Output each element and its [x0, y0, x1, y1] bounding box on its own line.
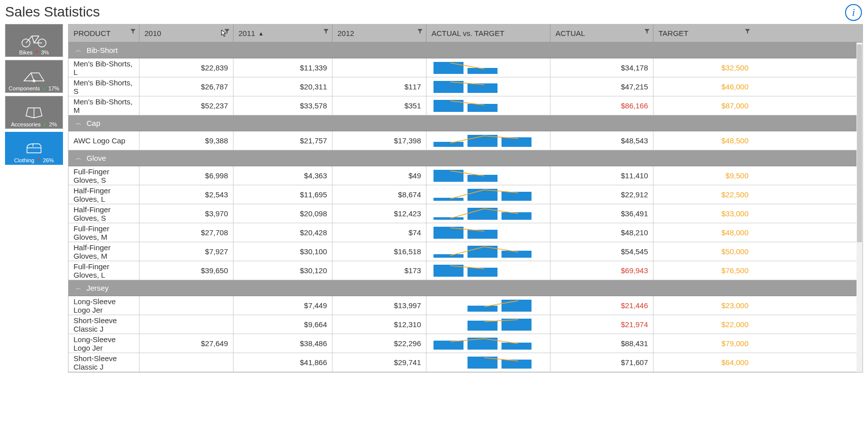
category-delta: 3%: [41, 49, 49, 55]
col-header-label: TARGET: [658, 29, 688, 37]
col-header-label: 2010: [144, 29, 161, 37]
category-tile-clothing[interactable]: Clothing ▼ 26%: [5, 132, 63, 165]
table-row[interactable]: Full-Finger Gloves, S$6,998$4,363$49$11,…: [68, 166, 862, 185]
sales-grid: PRODUCT 2010 2011 ▲: [68, 24, 863, 373]
info-button[interactable]: i: [845, 4, 862, 21]
accessories-icon: [19, 103, 49, 121]
components-icon: [19, 67, 49, 85]
spark-bar: [502, 212, 532, 219]
sparkline-cell: [426, 77, 550, 96]
table-row[interactable]: Men's Bib-Shorts, L$22,839$11,339$34,178…: [68, 58, 862, 77]
table-row[interactable]: Men's Bib-Shorts, S$26,787$20,311$117$47…: [68, 77, 862, 96]
target-cell: $23,000: [654, 296, 754, 315]
col-header-actual-vs-target[interactable]: ACTUAL vs. TARGET: [426, 24, 550, 42]
spark-bar: [468, 321, 498, 331]
spark-bar: [468, 357, 498, 369]
group-header[interactable]: ︿Bib-Short: [68, 42, 862, 58]
table-row[interactable]: Full-Finger Gloves, L$39,650$30,120$173$…: [68, 261, 862, 280]
year-2011-cell: $33,578: [234, 96, 332, 115]
year-2011-cell: $20,098: [234, 204, 332, 223]
table-row[interactable]: Full-Finger Gloves, M$27,708$20,428$74$4…: [68, 223, 862, 242]
category-tile-accessories[interactable]: Accessories ▲ 2%: [5, 96, 63, 129]
table-row[interactable]: Short-Sleeve Classic J$41,866$29,741$71,…: [68, 353, 862, 372]
col-header-actual[interactable]: ACTUAL: [550, 24, 654, 42]
target-cell: $87,000: [654, 96, 754, 115]
product-cell: Men's Bib-Shorts, S: [68, 77, 140, 96]
category-delta: 26%: [43, 157, 54, 163]
year-2012-cell: $117: [332, 77, 426, 96]
product-cell: Half-Finger Gloves, L: [68, 185, 140, 204]
sparkline-cell: [426, 166, 550, 185]
year-2011-cell: $30,100: [234, 242, 332, 261]
group-name: Jersey: [86, 284, 108, 292]
info-icon: i: [852, 6, 855, 19]
spark-bar: [434, 227, 464, 239]
actual-cell: $22,912: [550, 185, 654, 204]
spark-bar: [434, 142, 464, 147]
filter-icon[interactable]: [744, 27, 750, 36]
col-header-2010[interactable]: 2010: [140, 24, 234, 42]
category-tile-components[interactable]: Components ▲ 17%: [5, 60, 63, 93]
table-row[interactable]: AWC Logo Cap$9,388$21,757$17,398$48,543$…: [68, 131, 862, 150]
target-cell: $22,000: [654, 315, 754, 334]
filter-icon[interactable]: [224, 27, 230, 36]
filter-icon[interactable]: [644, 27, 650, 36]
clothing-icon: [19, 139, 49, 157]
table-row[interactable]: Long-Sleeve Logo Jer$27,649$38,486$22,29…: [68, 334, 862, 353]
col-header-product[interactable]: PRODUCT: [68, 24, 140, 42]
spark-bar: [502, 137, 532, 147]
filter-icon[interactable]: [323, 27, 329, 36]
col-header-label: ACTUAL vs. TARGET: [432, 29, 504, 37]
col-header-label: PRODUCT: [74, 29, 110, 37]
year-2011-cell: $7,449: [234, 296, 332, 315]
filter-icon[interactable]: [417, 27, 423, 36]
year-2011-cell: $20,311: [234, 77, 332, 96]
group-header[interactable]: ︿Glove: [68, 150, 862, 166]
year-2010-cell: $52,237: [140, 96, 234, 115]
year-2012-cell: $29,741: [332, 353, 426, 372]
spark-bar: [434, 100, 464, 112]
category-tile-bikes[interactable]: Bikes ▼ 3%: [5, 24, 63, 57]
target-cell: $9,500: [654, 166, 754, 185]
actual-cell: $21,446: [550, 296, 654, 315]
table-row[interactable]: Half-Finger Gloves, L$2,543$11,695$8,674…: [68, 185, 862, 204]
year-2012-cell: $49: [332, 166, 426, 185]
category-label: Accessories: [11, 121, 40, 127]
actual-cell: $34,178: [550, 58, 654, 77]
category-sidebar: Bikes ▼ 3% Components ▲ 17%: [5, 24, 63, 373]
table-row[interactable]: Long-Sleeve Logo Jer$7,449$13,997$21,446…: [68, 296, 862, 315]
product-cell: Long-Sleeve Logo Jer: [68, 296, 140, 315]
vertical-scrollbar[interactable]: [856, 42, 862, 372]
trend-up-icon: ▲: [42, 85, 46, 91]
sparkline-cell: [426, 242, 550, 261]
year-2011-cell: $38,486: [234, 334, 332, 353]
col-header-2012[interactable]: 2012: [332, 24, 426, 42]
actual-cell: $48,210: [550, 223, 654, 242]
spark-bar: [502, 319, 532, 331]
year-2012-cell: $12,423: [332, 204, 426, 223]
group-header[interactable]: ︿Cap: [68, 115, 862, 131]
table-row[interactable]: Short-Sleeve Classic J$9,664$12,310$21,9…: [68, 315, 862, 334]
product-cell: Full-Finger Gloves, L: [68, 261, 140, 280]
spark-bar: [468, 208, 498, 220]
year-2010-cell: [140, 315, 234, 334]
col-header-label: 2012: [338, 29, 354, 37]
col-header-target[interactable]: TARGET: [654, 24, 754, 42]
scrollbar-thumb[interactable]: [857, 44, 862, 242]
group-header[interactable]: ︿Jersey: [68, 280, 862, 296]
group-name: Bib-Short: [86, 46, 118, 54]
table-row[interactable]: Half-Finger Gloves, S$3,970$20,098$12,42…: [68, 204, 862, 223]
filter-icon[interactable]: [130, 27, 136, 36]
table-row[interactable]: Half-Finger Gloves, M$7,927$30,100$16,51…: [68, 242, 862, 261]
col-header-2011[interactable]: 2011 ▲: [234, 24, 332, 42]
spark-bar: [502, 300, 532, 312]
spark-bar: [502, 343, 532, 350]
spark-bar: [502, 192, 532, 201]
sparkline-cell: [426, 204, 550, 223]
table-row[interactable]: Men's Bib-Shorts, M$52,237$33,578$351$86…: [68, 96, 862, 115]
year-2010-cell: [140, 296, 234, 315]
chevron-up-icon: ︿: [76, 284, 82, 292]
spark-bar: [468, 135, 498, 147]
year-2012-cell: $17,398: [332, 131, 426, 150]
year-2012-cell: $351: [332, 96, 426, 115]
